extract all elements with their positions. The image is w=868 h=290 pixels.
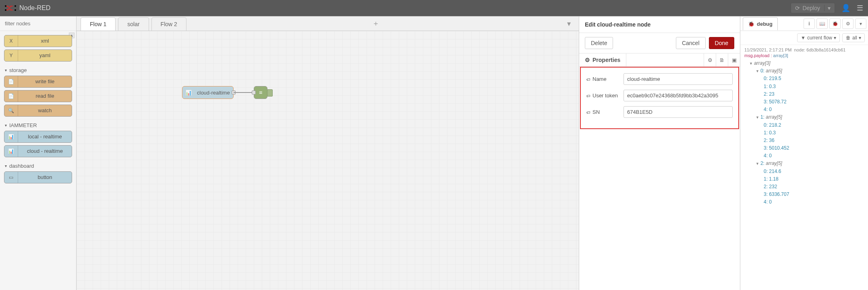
palette-node-yaml[interactable]: Yyaml — [4, 49, 72, 62]
debug-value[interactable]: 1: 0.3 — [744, 129, 864, 137]
menu-icon[interactable]: ☰ — [857, 4, 863, 12]
chevron-down-icon: ▾ — [859, 35, 861, 41]
bug-icon[interactable]: 🐞 — [829, 19, 841, 29]
debug-value[interactable]: 2: 23 — [744, 90, 864, 98]
palette-sidebar: ▲ Xxml Yyaml ▾storage 📄write file 📄read … — [0, 16, 77, 290]
workspace: Flow 1 solar Flow 2 ＋ ▾ 📊 cloud-realtime… — [77, 16, 579, 290]
debug-array-item[interactable]: ▼1: array[5] — [744, 113, 864, 121]
tray-title: Edit cloud-realtime node — [579, 16, 740, 33]
debug-value[interactable]: 3: 6336.707 — [744, 191, 864, 198]
deploy-button[interactable]: ⟳ Deploy ▾ — [791, 3, 835, 13]
wire[interactable] — [234, 92, 254, 93]
debug-value[interactable]: 4: 0 — [744, 198, 864, 206]
debug-value[interactable]: 3: 5010.452 — [744, 144, 864, 152]
properties-form: Name User token SN — [580, 67, 739, 129]
bug-icon: 🐞 — [748, 21, 754, 27]
edit-tray: Edit cloud-realtime node Delete Cancel D… — [579, 16, 740, 290]
debug-value[interactable]: 4: 0 — [744, 106, 864, 113]
help-icon[interactable]: 📖 — [816, 19, 828, 29]
tab-flow-2[interactable]: Flow 2 — [151, 17, 186, 31]
tabs-menu-icon[interactable]: ▾ — [563, 17, 575, 31]
palette-node-watch[interactable]: 🔍watch — [4, 105, 72, 117]
chevron-down-icon: ▾ — [5, 123, 7, 128]
debug-array-item[interactable]: ▼0: array[5] — [744, 67, 864, 75]
debug-value[interactable]: 2: 36 — [744, 137, 864, 144]
tag-icon — [586, 76, 590, 82]
palette-node-local-realtime[interactable]: 📊local - realtime — [4, 131, 72, 143]
user-icon[interactable]: 👤 — [841, 4, 850, 12]
sn-input[interactable] — [624, 106, 733, 118]
debug-array-item[interactable]: ▼2: array[5] — [744, 160, 864, 167]
node-debug[interactable]: ≡ — [254, 86, 267, 99]
chevron-down-icon[interactable]: ▾ — [855, 19, 866, 29]
deploy-icon: ⟳ — [795, 5, 800, 11]
filter-button[interactable]: ▼ current flow ▾ — [797, 33, 840, 42]
gauge-icon: 📊 — [182, 86, 195, 99]
debug-topic: msg.payload : array[3] — [744, 53, 864, 58]
name-input[interactable] — [624, 73, 733, 85]
debug-value[interactable]: 0: 218.2 — [744, 121, 864, 129]
palette-node-read-file[interactable]: 📄read file — [4, 90, 72, 102]
add-tab-button[interactable]: ＋ — [368, 16, 383, 31]
palette-node-write-file[interactable]: 📄write file — [4, 76, 72, 88]
tab-flow-1[interactable]: Flow 1 — [81, 17, 116, 31]
app-title: Node-RED — [19, 4, 50, 12]
tag-icon — [586, 109, 590, 115]
svg-point-0 — [5, 5, 6, 7]
user-token-label: User token — [586, 93, 624, 99]
debug-value[interactable]: 1: 0.3 — [744, 83, 864, 90]
settings-icon[interactable]: ⚙ — [704, 53, 716, 66]
config-icon[interactable]: ⚙ — [842, 19, 853, 29]
appearance-icon[interactable]: ▣ — [728, 53, 740, 66]
palette-node-button[interactable]: ▭button — [4, 171, 72, 183]
chevron-down-icon: ▾ — [5, 68, 7, 72]
flow-tabs: Flow 1 solar Flow 2 ＋ ▾ — [77, 16, 579, 31]
clear-button[interactable]: 🗑 all ▾ — [842, 33, 865, 42]
palette-category-iammeter[interactable]: ▾IAMMETER — [5, 122, 71, 128]
debug-value[interactable]: 1: 1.18 — [744, 175, 864, 183]
app-header: Node-RED ⟳ Deploy ▾ 👤 ☰ — [0, 0, 868, 16]
debug-value[interactable]: 0: 219.5 — [744, 75, 864, 82]
palette-node-xml[interactable]: Xxml — [4, 35, 72, 47]
description-icon[interactable]: 🗎 — [716, 53, 728, 66]
svg-point-3 — [15, 9, 16, 11]
node-cloud-realtime[interactable]: 📊 cloud-realtime — [182, 86, 234, 99]
svg-point-1 — [5, 9, 6, 11]
properties-tab[interactable]: ⚙ Properties — [579, 53, 626, 66]
tag-icon — [586, 93, 590, 99]
done-button[interactable]: Done — [709, 37, 734, 49]
gear-icon: ⚙ — [585, 57, 590, 63]
chevron-down-icon: ▾ — [824, 5, 831, 11]
cancel-button[interactable]: Cancel — [676, 37, 706, 49]
debug-value[interactable]: 2: 232 — [744, 183, 864, 191]
info-icon[interactable]: i — [804, 19, 815, 29]
trash-icon: 🗑 — [846, 35, 851, 41]
node-toggle-button[interactable] — [267, 89, 273, 97]
palette-category-storage[interactable]: ▾storage — [5, 67, 71, 73]
input-port[interactable] — [252, 90, 256, 95]
svg-point-2 — [15, 5, 16, 7]
name-label: Name — [586, 76, 624, 82]
chevron-down-icon: ▾ — [5, 164, 7, 168]
filter-icon: ▼ — [801, 35, 806, 41]
nodered-logo-icon — [5, 4, 16, 12]
debug-icon: ≡ — [254, 86, 267, 99]
debug-array-root[interactable]: ▼array[3] — [744, 60, 864, 67]
user-token-input[interactable] — [624, 90, 733, 101]
tab-solar[interactable]: solar — [118, 17, 149, 31]
debug-value[interactable]: 4: 0 — [744, 152, 864, 160]
flow-canvas[interactable]: 📊 cloud-realtime ≡ — [77, 31, 579, 290]
debug-timestamp: 11/29/2021, 2:17:21 PM node: 6db3b8a1614… — [744, 47, 864, 52]
debug-tab[interactable]: 🐞 debug — [743, 17, 778, 30]
app-logo: Node-RED — [5, 4, 50, 12]
debug-sidebar: 🐞 debug i 📖 🐞 ⚙ ▾ ▼ current flow ▾ 🗑 — [740, 16, 868, 290]
palette-category-dashboard[interactable]: ▾dashboard — [5, 163, 71, 169]
palette-filter-input[interactable] — [2, 19, 74, 28]
deploy-label: Deploy — [802, 5, 820, 11]
debug-value[interactable]: 0: 214.6 — [744, 168, 864, 175]
palette-node-cloud-realtime[interactable]: 📊cloud - realtime — [4, 145, 72, 157]
delete-button[interactable]: Delete — [585, 37, 613, 49]
debug-messages: 11/29/2021, 2:17:21 PM node: 6db3b8a1614… — [740, 45, 868, 290]
chevron-down-icon: ▾ — [834, 35, 836, 41]
debug-value[interactable]: 3: 5078.72 — [744, 98, 864, 106]
